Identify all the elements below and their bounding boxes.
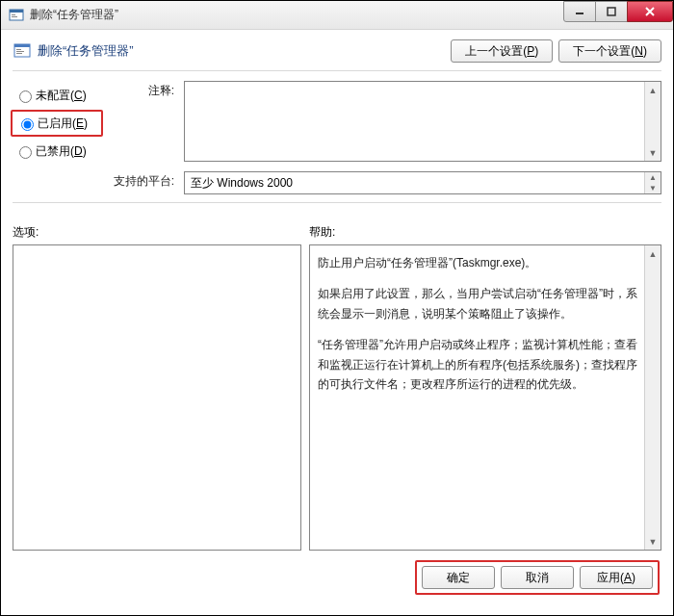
next-setting-label: 下一个设置(N) (573, 43, 647, 60)
window-title: 删除“任务管理器” (30, 7, 118, 23)
comment-textarea[interactable]: ▲ ▼ (184, 81, 661, 162)
svg-rect-1 (10, 10, 23, 13)
prev-setting-button[interactable]: 上一个设置(P) (451, 39, 553, 63)
radio-not-configured-label[interactable]: 未配置(C) (36, 88, 87, 104)
comment-label: 注释: (107, 81, 184, 99)
platform-field: 至少 Windows 2000 ▲ ▼ (184, 171, 661, 194)
policy-title: 删除“任务管理器” (38, 42, 134, 60)
help-content: 防止用户启动“任务管理器”(Taskmgr.exe)。 如果启用了此设置，那么，… (310, 245, 661, 413)
scroll-up-icon[interactable]: ▲ (645, 82, 661, 98)
header-row: 删除“任务管理器” 上一个设置(P) 下一个设置(N) (13, 39, 661, 63)
header-left: 删除“任务管理器” (13, 41, 134, 61)
settings-grid: 未配置(C) 已启用(E) 已禁用(D) 注释: ▲ ▼ 支持的平台: 至少 W (13, 81, 661, 194)
title-bar: 删除“任务管理器” (1, 1, 673, 30)
nav-buttons: 上一个设置(P) 下一个设置(N) (451, 39, 661, 63)
svg-rect-7 (14, 44, 30, 47)
fields: 注释: ▲ ▼ 支持的平台: 至少 Windows 2000 ▲ ▼ (107, 81, 661, 194)
svg-rect-10 (16, 53, 22, 54)
panel-labels: 选项: 帮助: (13, 224, 661, 241)
radio-disabled-input[interactable] (19, 146, 32, 159)
apply-label: 应用(A) (597, 570, 635, 586)
cancel-label: 取消 (526, 570, 549, 586)
svg-rect-2 (12, 14, 15, 15)
help-p2: 如果启用了此设置，那么，当用户尝试启动“任务管理器”时，系统会显示一则消息，说明… (318, 284, 639, 323)
svg-rect-8 (16, 49, 21, 50)
ok-label: 确定 (447, 570, 470, 586)
svg-rect-4 (576, 13, 583, 14)
cancel-button[interactable]: 取消 (501, 566, 574, 589)
policy-icon (13, 41, 32, 61)
divider-2 (13, 202, 661, 203)
help-p1: 防止用户启动“任务管理器”(Taskmgr.exe)。 (318, 253, 639, 272)
svg-rect-9 (16, 51, 24, 52)
options-panel (13, 244, 301, 551)
svg-rect-3 (12, 16, 17, 17)
help-p3: “任务管理器”允许用户启动或终止程序；监视计算机性能；查看和监视正运行在计算机上… (318, 335, 639, 394)
radio-enabled-input[interactable] (21, 118, 34, 131)
platform-spinner[interactable]: ▲ ▼ (644, 172, 661, 193)
apply-button[interactable]: 应用(A) (580, 566, 653, 589)
footer-highlight: 确定 取消 应用(A) (415, 560, 660, 595)
comment-scrollbar[interactable]: ▲ ▼ (644, 82, 661, 161)
radio-not-configured[interactable]: 未配置(C) (13, 83, 107, 108)
content-area: 删除“任务管理器” 上一个设置(P) 下一个设置(N) 未配置(C) 已启用(E… (1, 30, 673, 604)
panels: 防止用户启动“任务管理器”(Taskmgr.exe)。 如果启用了此设置，那么，… (13, 244, 661, 551)
window-controls (564, 1, 673, 22)
radio-disabled[interactable]: 已禁用(D) (13, 139, 107, 164)
scroll-up-icon[interactable]: ▲ (645, 245, 661, 262)
window-icon (9, 8, 24, 23)
close-button[interactable] (627, 1, 673, 22)
platform-value: 至少 Windows 2000 (191, 175, 293, 192)
spin-up-icon[interactable]: ▲ (645, 172, 661, 183)
minimize-button[interactable] (563, 1, 596, 22)
divider (13, 70, 661, 71)
radio-disabled-label[interactable]: 已禁用(D) (36, 143, 87, 160)
state-radios: 未配置(C) 已启用(E) 已禁用(D) (13, 81, 107, 194)
help-scrollbar[interactable]: ▲ ▼ (644, 245, 661, 550)
prev-setting-label: 上一个设置(P) (465, 43, 538, 60)
maximize-button[interactable] (595, 1, 628, 22)
ok-button[interactable]: 确定 (422, 566, 495, 589)
spin-down-icon[interactable]: ▼ (645, 183, 661, 193)
svg-rect-5 (608, 8, 615, 15)
radio-enabled-label[interactable]: 已启用(E) (38, 116, 88, 132)
radio-enabled[interactable]: 已启用(E) (11, 110, 103, 137)
help-label: 帮助: (309, 224, 335, 241)
platform-label: 支持的平台: (107, 171, 184, 190)
footer: 确定 取消 应用(A) (13, 560, 661, 595)
help-panel: 防止用户启动“任务管理器”(Taskmgr.exe)。 如果启用了此设置，那么，… (309, 244, 661, 551)
options-label: 选项: (13, 224, 309, 241)
scroll-down-icon[interactable]: ▼ (645, 144, 661, 161)
radio-not-configured-input[interactable] (19, 90, 32, 103)
next-setting-button[interactable]: 下一个设置(N) (558, 39, 661, 63)
scroll-down-icon[interactable]: ▼ (645, 533, 661, 550)
